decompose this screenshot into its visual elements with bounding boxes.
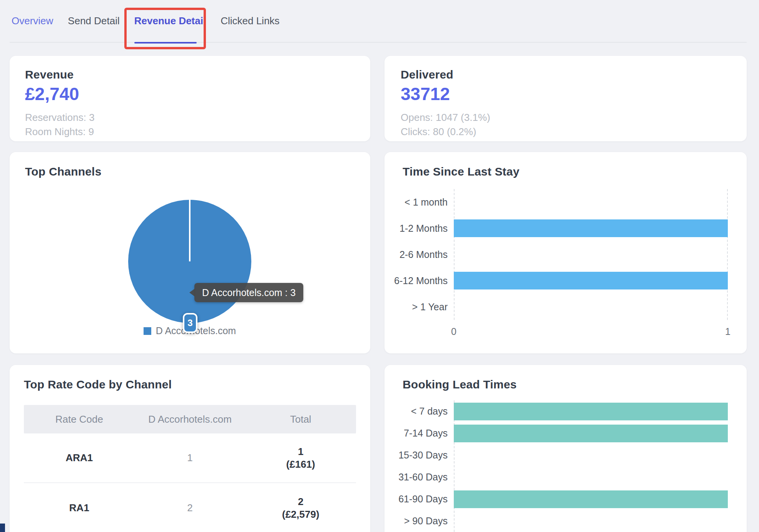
category-label-61-90-days: 61-90 Days: [385, 488, 454, 510]
bar-row-1-year: > 1 Year: [385, 294, 728, 320]
category-label-2-6-months: 2-6 Months: [385, 241, 454, 268]
booking-lead-times-title: Booking Lead Times: [403, 378, 517, 391]
bar-rows: < 1 month1-2 Months2-6 Months6-12 Months…: [385, 189, 728, 320]
top-rate-code-card: Top Rate Code by Channel Rate CodeD Acco…: [10, 365, 370, 532]
tab-send-detail[interactable]: Send Detail: [67, 15, 120, 27]
revenue-card: Revenue £2,740 Reservations: 3 Room Nigh…: [10, 56, 370, 141]
table-header-row: Rate CodeD Accorhotels.comTotal: [24, 405, 356, 433]
category-label-1-year: > 1 Year: [385, 294, 454, 320]
channel-count-cell: 2: [135, 502, 246, 514]
bar-6-12-months[interactable]: [454, 272, 728, 289]
x-tick-1: 1: [725, 326, 731, 337]
category-label-15-30-days: 15-30 Days: [385, 444, 454, 466]
tooltip-arrow-icon: [189, 288, 195, 297]
bar-row-1-2-months: 1-2 Months: [385, 215, 728, 241]
bar-7-days[interactable]: [454, 403, 728, 420]
bar-track-7-14-days: [454, 422, 728, 444]
channel-count-cell: 1: [135, 452, 246, 464]
delivered-details: Opens: 1047 (3.1%) Clicks: 80 (0.2%): [401, 110, 731, 139]
category-label-7-days: < 7 days: [385, 400, 454, 422]
revenue-title: Revenue: [25, 68, 355, 81]
column-header-d-accorhotels-com: D Accorhotels.com: [135, 413, 246, 425]
category-label-1-2-months: 1-2 Months: [385, 215, 454, 241]
bar-track-31-60-days: [454, 466, 728, 488]
bar-track-6-12-months: [454, 268, 728, 294]
bar-row-90-days: > 90 Days: [385, 510, 728, 532]
time-since-last-stay-title: Time Since Last Stay: [403, 165, 520, 178]
opens-line: Opens: 1047 (3.1%): [401, 110, 731, 125]
bar-track-1-year: [454, 294, 728, 320]
bar-rows: < 7 days7-14 Days15-30 Days31-60 Days61-…: [385, 400, 728, 532]
total-count: 1: [245, 445, 356, 458]
total-count: 2: [245, 495, 356, 508]
pie-slice-divider-line: [189, 200, 191, 261]
category-label-1-month: < 1 month: [385, 189, 454, 215]
bar-track-61-90-days: [454, 488, 728, 510]
bar-row-31-60-days: 31-60 Days: [385, 466, 728, 488]
category-label-31-60-days: 31-60 Days: [385, 466, 454, 488]
active-tab-underline: [134, 42, 197, 43]
delivered-card: Delivered 33712 Opens: 1047 (3.1%) Click…: [385, 56, 747, 141]
delivered-value: 33712: [401, 84, 731, 104]
category-label-7-14-days: 7-14 Days: [385, 422, 454, 444]
category-label-6-12-months: 6-12 Months: [385, 268, 454, 294]
revenue-details: Reservations: 3 Room Nights: 9: [25, 110, 355, 139]
tab-bar: OverviewSend DetailRevenue DetailClicked…: [11, 15, 280, 27]
top-channels-card: Top Channels 3 D Accorhotels.com : 3 D A…: [10, 152, 370, 353]
bar-track-7-days: [454, 400, 728, 422]
total-revenue: (£161): [245, 458, 356, 471]
room-nights-line: Room Nights: 9: [25, 125, 355, 139]
x-tick-0: 0: [451, 326, 456, 337]
table-row-ara1: ARA111(£161): [24, 433, 356, 483]
tab-overview[interactable]: Overview: [11, 15, 54, 27]
tabbar-divider: [10, 42, 747, 43]
bar-row-1-month: < 1 month: [385, 189, 728, 215]
x-axis-ticks: 0 1: [385, 326, 728, 341]
bar-row-2-6-months: 2-6 Months: [385, 241, 728, 268]
revenue-value: £2,740: [25, 84, 355, 104]
pie-tooltip: D Accorhotels.com : 3: [194, 283, 303, 302]
rate-code-cell: RA1: [24, 502, 135, 514]
time-since-last-stay-card: Time Since Last Stay < 1 month1-2 Months…: [385, 152, 747, 353]
bar-track-15-30-days: [454, 444, 728, 466]
total-revenue: (£2,579): [245, 508, 356, 521]
booking-lead-times-chart: < 7 days7-14 Days15-30 Days31-60 Days61-…: [385, 400, 728, 532]
bar-1-2-months[interactable]: [454, 219, 728, 237]
bar-row-7-days: < 7 days: [385, 400, 728, 422]
clicks-line: Clicks: 80 (0.2%): [401, 125, 731, 139]
reservations-line: Reservations: 3: [25, 110, 355, 125]
tab-clicked-links[interactable]: Clicked Links: [220, 15, 280, 27]
rate-code-cell: ARA1: [24, 452, 135, 464]
bar-track-1-2-months: [454, 215, 728, 241]
table-row-ra1: RA122(£2,579): [24, 483, 356, 532]
bar-track-1-month: [454, 189, 728, 215]
bar-track-90-days: [454, 510, 728, 532]
table-body: ARA111(£161)RA122(£2,579): [24, 433, 356, 532]
legend-color-swatch: [144, 327, 151, 335]
total-cell: 2(£2,579): [245, 495, 356, 521]
bottom-left-accent: [0, 524, 5, 532]
top-channels-title: Top Channels: [25, 165, 102, 178]
bar-row-15-30-days: 15-30 Days: [385, 444, 728, 466]
booking-lead-times-card: Booking Lead Times < 7 days7-14 Days15-3…: [385, 365, 747, 532]
tab-revenue-detail[interactable]: Revenue Detail: [134, 15, 207, 27]
bar-row-61-90-days: 61-90 Days: [385, 488, 728, 510]
pie-data-label-badge: 3: [183, 313, 197, 333]
pie-slice-accorhotels[interactable]: [128, 200, 251, 323]
bar-61-90-days[interactable]: [454, 490, 728, 508]
column-header-total: Total: [245, 413, 356, 425]
pie-tooltip-text: D Accorhotels.com : 3: [202, 287, 296, 298]
bar-row-7-14-days: 7-14 Days: [385, 422, 728, 444]
column-header-rate-code: Rate Code: [24, 413, 135, 425]
top-rate-code-title: Top Rate Code by Channel: [24, 378, 356, 391]
bar-row-6-12-months: 6-12 Months: [385, 268, 728, 294]
bar-7-14-days[interactable]: [454, 425, 728, 442]
delivered-title: Delivered: [401, 68, 731, 81]
bar-track-2-6-months: [454, 241, 728, 268]
time-since-last-stay-chart: < 1 month1-2 Months2-6 Months6-12 Months…: [385, 189, 728, 341]
category-label-90-days: > 90 Days: [385, 510, 454, 532]
total-cell: 1(£161): [245, 445, 356, 471]
rate-code-table: Rate CodeD Accorhotels.comTotal ARA111(£…: [24, 405, 356, 532]
